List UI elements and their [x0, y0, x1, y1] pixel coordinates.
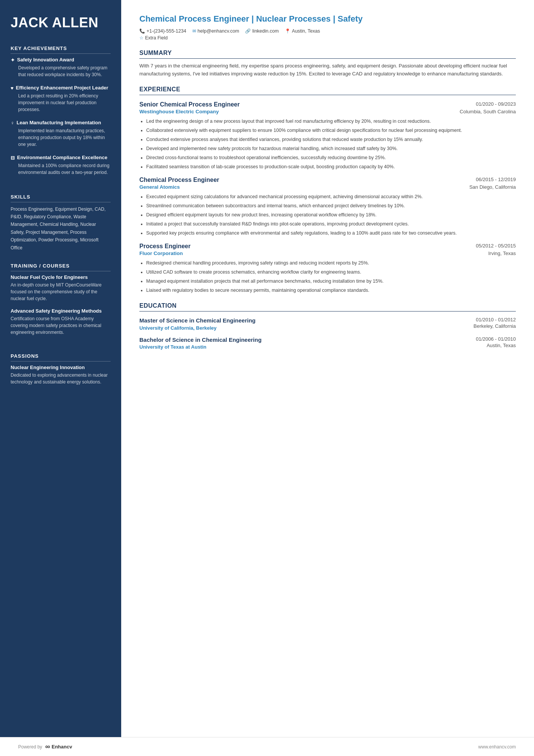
summary-text: With 7 years in the chemical engineering… [139, 62, 516, 78]
edu-location-1: Berkeley, California [473, 323, 516, 329]
achievement-item: ⊟ Environmental Compliance Excellence Ma… [11, 155, 111, 176]
job-item-2: Chemical Process Engineer 06/2015 - 12/2… [139, 177, 516, 237]
training-section: TRAINING / COURSES Nuclear Fuel Cycle fo… [11, 263, 111, 342]
achievement-title-4: ⊟ Environmental Compliance Excellence [11, 155, 111, 161]
job-dates-3: 05/2012 - 05/2015 [476, 243, 516, 249]
bullet: Utilized CAD software to create process … [146, 268, 516, 276]
job-item-1: Senior Chemical Process Engineer 01/2020… [139, 101, 516, 171]
bullet: Designed efficient equipment layouts for… [146, 211, 516, 219]
achievement-icon-1: ✦ [11, 57, 15, 63]
edu-left-1: Master of Science in Chemical Engineerin… [139, 317, 467, 331]
main-content: Chemical Process Engineer | Nuclear Proc… [121, 0, 534, 737]
contact-extra: ☆ Extra Field [139, 35, 168, 41]
footer-url: www.enhancv.com [478, 744, 516, 750]
brand-name: Enhancv [52, 744, 72, 750]
passions-title: PASSIONS [11, 353, 111, 362]
achievement-icon-3: ♀ [11, 120, 14, 126]
location-icon: 📍 [285, 28, 290, 34]
skills-title: SKILLS [11, 194, 111, 202]
job-title-1: Senior Chemical Process Engineer [139, 101, 240, 108]
bullet: Developed and implemented new safety pro… [146, 145, 516, 152]
candidate-name: JACK ALLEN [11, 15, 111, 30]
achievement-desc-4: Maintained a 100% compliance record duri… [11, 162, 111, 176]
achievement-icon-4: ⊟ [11, 155, 15, 161]
skills-text: Process Engineering, Equipment Design, C… [11, 205, 111, 252]
bullet: Executed equipment sizing calculations f… [146, 193, 516, 200]
achievements-section: KEY ACHIEVEMENTS ✦ Safety Innovation Awa… [11, 45, 111, 183]
achievement-title-2: ♥ Efficiency Enhancement Project Leader [11, 85, 111, 91]
contact-location: 📍 Austin, Texas [285, 28, 320, 34]
training-item-title-1: Nuclear Fuel Cycle for Engineers [11, 274, 111, 280]
summary-section-title: SUMMARY [139, 50, 516, 59]
achievement-item: ✦ Safety Innovation Award Developed a co… [11, 57, 111, 78]
achievement-icon-2: ♥ [11, 85, 14, 91]
achievement-item: ♥ Efficiency Enhancement Project Leader … [11, 85, 111, 113]
job-location-3: Irving, Texas [488, 250, 516, 256]
bullet: Conducted extensive process analyses tha… [146, 136, 516, 143]
education-section-title: EDUCATION [139, 302, 516, 311]
edu-school-2: University of Texas at Austin [139, 344, 470, 350]
training-item-desc-2: Certification course from OSHA Academy c… [11, 315, 111, 336]
bullet: Managed equipment installation projects … [146, 277, 516, 285]
passion-desc-1: Dedicated to exploring advancements in n… [11, 372, 111, 385]
contact-row-extra: ☆ Extra Field [139, 35, 516, 41]
main-header: Chemical Process Engineer | Nuclear Proc… [139, 14, 516, 41]
bullet: Liaised with regulatory bodies to secure… [146, 286, 516, 294]
job-title-2: Chemical Process Engineer [139, 177, 219, 183]
job-header-1: Senior Chemical Process Engineer 01/2020… [139, 101, 516, 108]
linkedin-icon: 🔗 [245, 28, 251, 34]
bullet: Initiated a project that successfully tr… [146, 220, 516, 228]
main-title: Chemical Process Engineer | Nuclear Proc… [139, 14, 516, 25]
edu-right-2: 01/2006 - 01/2010 Austin, Texas [476, 336, 516, 348]
bullet: Directed cross-functional teams to troub… [146, 154, 516, 161]
job-dates-1: 01/2020 - 09/2023 [476, 101, 516, 107]
enhancv-logo: ∞ Enhancv [45, 743, 72, 751]
edu-right-1: 01/2010 - 01/2012 Berkeley, California [473, 317, 516, 329]
edu-school-1: University of California, Berkeley [139, 325, 467, 331]
training-item-desc-1: An in-depth course by MIT OpenCourseWare… [11, 282, 111, 302]
sidebar: JACK ALLEN KEY ACHIEVEMENTS ✦ Safety Inn… [0, 0, 121, 737]
contact-phone: 📞 +1-(234)-555-1234 [139, 28, 186, 34]
job-bullets-3: Redesigned chemical handling procedures,… [139, 259, 516, 294]
achievement-title-3: ♀ Lean Manufacturing Implementation [11, 120, 111, 126]
job-company-row-1: Westinghouse Electric Company Columbia, … [139, 109, 516, 114]
job-company-1: Westinghouse Electric Company [139, 109, 219, 114]
achievements-title: KEY ACHIEVEMENTS [11, 45, 111, 54]
edu-item-2: Bachelor of Science in Chemical Engineer… [139, 336, 516, 350]
experience-section-title: EXPERIENCE [139, 86, 516, 95]
edu-left-2: Bachelor of Science in Chemical Engineer… [139, 336, 470, 350]
phone-icon: 📞 [139, 28, 145, 34]
footer-left: Powered by ∞ Enhancv [18, 743, 72, 751]
training-item-title-2: Advanced Safety Engineering Methods [11, 308, 111, 314]
bullet: Redesigned chemical handling procedures,… [146, 259, 516, 267]
job-company-row-2: General Atomics San Diego, California [139, 184, 516, 190]
passion-item-1: Nuclear Engineering Innovation Dedicated… [11, 365, 111, 385]
bullet: Facilitated seamless transition of lab-s… [146, 163, 516, 171]
resume-container: JACK ALLEN KEY ACHIEVEMENTS ✦ Safety Inn… [0, 0, 534, 756]
contact-linkedin: 🔗 linkedin.com [245, 28, 278, 34]
resume-body: JACK ALLEN KEY ACHIEVEMENTS ✦ Safety Inn… [0, 0, 534, 737]
job-bullets-1: Led the engineering design of a new proc… [139, 117, 516, 171]
achievements-list: ✦ Safety Innovation Award Developed a co… [11, 57, 111, 176]
job-item-3: Process Engineer 05/2012 - 05/2015 Fluor… [139, 243, 516, 294]
training-item-1: Nuclear Fuel Cycle for Engineers An in-d… [11, 274, 111, 302]
job-location-2: San Diego, California [469, 184, 516, 190]
contact-row: 📞 +1-(234)-555-1234 ✉ help@enhancv.com 🔗… [139, 28, 516, 34]
edu-dates-1: 01/2010 - 01/2012 [473, 317, 516, 322]
achievement-desc-1: Developed a comprehensive safety program… [11, 64, 111, 78]
job-company-2: General Atomics [139, 184, 180, 190]
achievement-title-1: ✦ Safety Innovation Award [11, 57, 111, 63]
bullet: Led the engineering design of a new proc… [146, 117, 516, 125]
job-location-1: Columbia, South Carolina [460, 109, 516, 114]
resume-footer: Powered by ∞ Enhancv www.enhancv.com [0, 737, 534, 756]
contact-email: ✉ help@enhancv.com [192, 28, 239, 34]
job-header-2: Chemical Process Engineer 06/2015 - 12/2… [139, 177, 516, 183]
passions-section: PASSIONS Nuclear Engineering Innovation … [11, 353, 111, 391]
skills-section: SKILLS Process Engineering, Equipment De… [11, 194, 111, 252]
edu-dates-2: 01/2006 - 01/2010 [476, 336, 516, 342]
job-title-3: Process Engineer [139, 243, 190, 250]
job-header-3: Process Engineer 05/2012 - 05/2015 [139, 243, 516, 250]
edu-degree-2: Bachelor of Science in Chemical Engineer… [139, 336, 470, 344]
job-company-row-3: Fluor Corporation Irving, Texas [139, 250, 516, 256]
job-bullets-2: Executed equipment sizing calculations f… [139, 193, 516, 237]
